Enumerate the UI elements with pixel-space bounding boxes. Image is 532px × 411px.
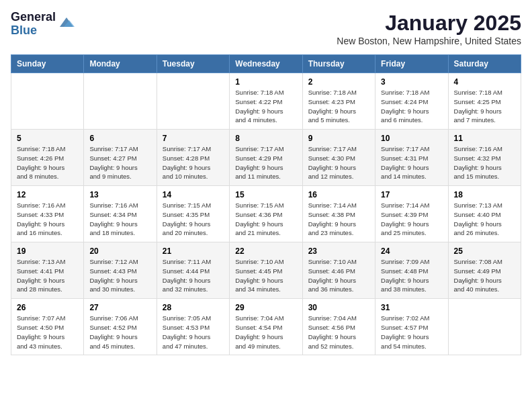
day-info: Sunrise: 7:18 AM Sunset: 4:24 PM Dayligh… bbox=[381, 88, 442, 125]
calendar-cell bbox=[157, 73, 229, 130]
calendar-cell: 4Sunrise: 7:18 AM Sunset: 4:25 PM Daylig… bbox=[448, 73, 521, 130]
calendar-cell bbox=[84, 73, 157, 130]
calendar-cell: 14Sunrise: 7:15 AM Sunset: 4:35 PM Dayli… bbox=[157, 186, 229, 242]
calendar-week-row: 26Sunrise: 7:07 AM Sunset: 4:50 PM Dayli… bbox=[11, 299, 521, 355]
day-info: Sunrise: 7:13 AM Sunset: 4:41 PM Dayligh… bbox=[17, 257, 78, 294]
calendar-cell: 29Sunrise: 7:04 AM Sunset: 4:54 PM Dayli… bbox=[230, 299, 302, 355]
day-number: 29 bbox=[235, 303, 296, 312]
day-info: Sunrise: 7:17 AM Sunset: 4:27 PM Dayligh… bbox=[89, 144, 150, 181]
calendar-cell: 15Sunrise: 7:15 AM Sunset: 4:36 PM Dayli… bbox=[230, 186, 302, 242]
month-year-title: January 2025 bbox=[337, 11, 521, 36]
day-number: 19 bbox=[17, 246, 78, 256]
day-number: 30 bbox=[308, 303, 369, 312]
day-number: 17 bbox=[381, 190, 442, 199]
calendar-cell: 19Sunrise: 7:13 AM Sunset: 4:41 PM Dayli… bbox=[11, 242, 84, 299]
day-info: Sunrise: 7:12 AM Sunset: 4:43 PM Dayligh… bbox=[89, 257, 150, 294]
day-number: 27 bbox=[89, 303, 150, 312]
calendar-cell: 22Sunrise: 7:10 AM Sunset: 4:45 PM Dayli… bbox=[230, 242, 302, 299]
day-number: 12 bbox=[17, 190, 78, 199]
calendar-cell: 21Sunrise: 7:11 AM Sunset: 4:44 PM Dayli… bbox=[157, 242, 229, 299]
calendar-cell: 3Sunrise: 7:18 AM Sunset: 4:24 PM Daylig… bbox=[375, 73, 448, 130]
day-info: Sunrise: 7:10 AM Sunset: 4:45 PM Dayligh… bbox=[235, 257, 296, 294]
day-number: 7 bbox=[163, 134, 224, 143]
calendar-table: SundayMondayTuesdayWednesdayThursdayFrid… bbox=[11, 54, 521, 355]
calendar-cell: 9Sunrise: 7:17 AM Sunset: 4:30 PM Daylig… bbox=[302, 130, 375, 186]
calendar-cell: 6Sunrise: 7:17 AM Sunset: 4:27 PM Daylig… bbox=[84, 130, 157, 186]
weekday-header: Tuesday bbox=[157, 55, 229, 73]
day-info: Sunrise: 7:14 AM Sunset: 4:38 PM Dayligh… bbox=[308, 201, 369, 238]
day-info: Sunrise: 7:13 AM Sunset: 4:40 PM Dayligh… bbox=[454, 201, 515, 238]
day-number: 18 bbox=[454, 190, 515, 199]
day-number: 8 bbox=[235, 134, 296, 143]
day-number: 13 bbox=[89, 190, 150, 199]
calendar-cell bbox=[448, 299, 521, 355]
day-number: 28 bbox=[163, 303, 224, 312]
day-number: 20 bbox=[89, 246, 150, 256]
title-area: January 2025 New Boston, New Hampshire, … bbox=[337, 11, 521, 46]
calendar-cell: 31Sunrise: 7:02 AM Sunset: 4:57 PM Dayli… bbox=[375, 299, 448, 355]
calendar-cell bbox=[11, 73, 84, 130]
day-number: 26 bbox=[17, 303, 78, 312]
day-info: Sunrise: 7:17 AM Sunset: 4:31 PM Dayligh… bbox=[381, 144, 442, 181]
calendar-cell: 17Sunrise: 7:14 AM Sunset: 4:39 PM Dayli… bbox=[375, 186, 448, 242]
calendar-cell: 8Sunrise: 7:17 AM Sunset: 4:29 PM Daylig… bbox=[230, 130, 302, 186]
calendar-week-row: 12Sunrise: 7:16 AM Sunset: 4:33 PM Dayli… bbox=[11, 186, 521, 242]
day-info: Sunrise: 7:17 AM Sunset: 4:28 PM Dayligh… bbox=[163, 144, 224, 181]
calendar-cell: 1Sunrise: 7:18 AM Sunset: 4:22 PM Daylig… bbox=[230, 73, 302, 130]
day-number: 4 bbox=[454, 77, 515, 87]
day-number: 22 bbox=[235, 246, 296, 256]
day-number: 3 bbox=[381, 77, 442, 87]
day-info: Sunrise: 7:16 AM Sunset: 4:32 PM Dayligh… bbox=[454, 144, 515, 181]
day-info: Sunrise: 7:16 AM Sunset: 4:33 PM Dayligh… bbox=[17, 201, 78, 238]
day-info: Sunrise: 7:09 AM Sunset: 4:48 PM Dayligh… bbox=[381, 257, 442, 294]
day-number: 10 bbox=[381, 134, 442, 143]
calendar-cell: 30Sunrise: 7:04 AM Sunset: 4:56 PM Dayli… bbox=[302, 299, 375, 355]
calendar-cell: 23Sunrise: 7:10 AM Sunset: 4:46 PM Dayli… bbox=[302, 242, 375, 299]
day-info: Sunrise: 7:05 AM Sunset: 4:53 PM Dayligh… bbox=[163, 314, 224, 351]
calendar-cell: 24Sunrise: 7:09 AM Sunset: 4:48 PM Dayli… bbox=[375, 242, 448, 299]
calendar-cell: 5Sunrise: 7:18 AM Sunset: 4:26 PM Daylig… bbox=[11, 130, 84, 186]
day-number: 23 bbox=[308, 246, 369, 256]
logo: General Blue bbox=[11, 11, 75, 38]
weekday-header: Monday bbox=[84, 55, 157, 73]
calendar-week-row: 1Sunrise: 7:18 AM Sunset: 4:22 PM Daylig… bbox=[11, 73, 521, 130]
day-info: Sunrise: 7:18 AM Sunset: 4:23 PM Dayligh… bbox=[308, 88, 369, 125]
location-subtitle: New Boston, New Hampshire, United States bbox=[337, 36, 521, 46]
day-number: 24 bbox=[381, 246, 442, 256]
day-info: Sunrise: 7:17 AM Sunset: 4:29 PM Dayligh… bbox=[235, 144, 296, 181]
calendar-cell: 28Sunrise: 7:05 AM Sunset: 4:53 PM Dayli… bbox=[157, 299, 229, 355]
calendar-cell: 13Sunrise: 7:16 AM Sunset: 4:34 PM Dayli… bbox=[84, 186, 157, 242]
logo-icon bbox=[58, 15, 75, 31]
weekday-header: Wednesday bbox=[230, 55, 302, 73]
day-number: 25 bbox=[454, 246, 515, 256]
day-info: Sunrise: 7:04 AM Sunset: 4:56 PM Dayligh… bbox=[308, 314, 369, 351]
calendar-week-row: 19Sunrise: 7:13 AM Sunset: 4:41 PM Dayli… bbox=[11, 242, 521, 299]
day-info: Sunrise: 7:18 AM Sunset: 4:26 PM Dayligh… bbox=[17, 144, 78, 181]
day-info: Sunrise: 7:15 AM Sunset: 4:35 PM Dayligh… bbox=[163, 201, 224, 238]
calendar-cell: 27Sunrise: 7:06 AM Sunset: 4:52 PM Dayli… bbox=[84, 299, 157, 355]
day-number: 31 bbox=[381, 303, 442, 312]
logo-general-text: General bbox=[11, 11, 56, 24]
day-info: Sunrise: 7:07 AM Sunset: 4:50 PM Dayligh… bbox=[17, 314, 78, 351]
day-number: 16 bbox=[308, 190, 369, 199]
calendar-cell: 7Sunrise: 7:17 AM Sunset: 4:28 PM Daylig… bbox=[157, 130, 229, 186]
day-info: Sunrise: 7:18 AM Sunset: 4:25 PM Dayligh… bbox=[454, 88, 515, 125]
calendar-cell: 12Sunrise: 7:16 AM Sunset: 4:33 PM Dayli… bbox=[11, 186, 84, 242]
day-info: Sunrise: 7:02 AM Sunset: 4:57 PM Dayligh… bbox=[381, 314, 442, 351]
day-number: 1 bbox=[235, 77, 296, 87]
day-number: 5 bbox=[17, 134, 78, 143]
calendar-cell: 10Sunrise: 7:17 AM Sunset: 4:31 PM Dayli… bbox=[375, 130, 448, 186]
day-info: Sunrise: 7:06 AM Sunset: 4:52 PM Dayligh… bbox=[89, 314, 150, 351]
day-info: Sunrise: 7:11 AM Sunset: 4:44 PM Dayligh… bbox=[163, 257, 224, 294]
day-info: Sunrise: 7:04 AM Sunset: 4:54 PM Dayligh… bbox=[235, 314, 296, 351]
day-number: 9 bbox=[308, 134, 369, 143]
day-number: 15 bbox=[235, 190, 296, 199]
weekday-header: Friday bbox=[375, 55, 448, 73]
calendar-cell: 16Sunrise: 7:14 AM Sunset: 4:38 PM Dayli… bbox=[302, 186, 375, 242]
day-info: Sunrise: 7:18 AM Sunset: 4:22 PM Dayligh… bbox=[235, 88, 296, 125]
calendar-week-row: 5Sunrise: 7:18 AM Sunset: 4:26 PM Daylig… bbox=[11, 130, 521, 186]
calendar-cell: 18Sunrise: 7:13 AM Sunset: 4:40 PM Dayli… bbox=[448, 186, 521, 242]
day-number: 21 bbox=[163, 246, 224, 256]
day-info: Sunrise: 7:10 AM Sunset: 4:46 PM Dayligh… bbox=[308, 257, 369, 294]
calendar-cell: 25Sunrise: 7:08 AM Sunset: 4:49 PM Dayli… bbox=[448, 242, 521, 299]
